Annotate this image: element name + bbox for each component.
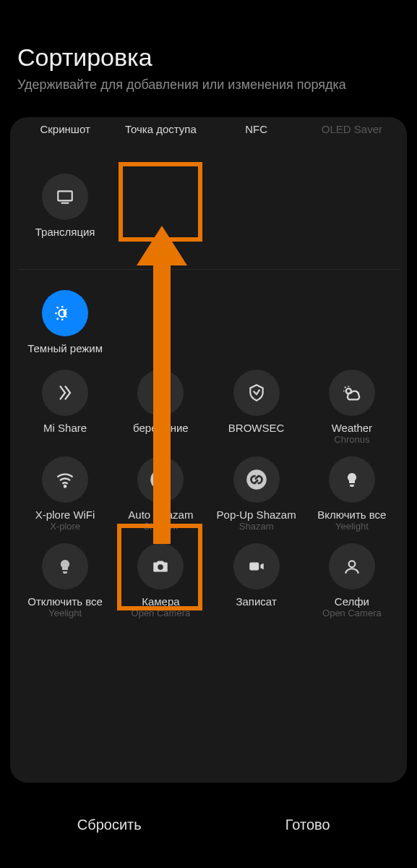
tile-sublabel: Chronus <box>334 434 369 445</box>
selfie-icon <box>329 543 375 590</box>
tile-label: X-plore WiFi <box>35 509 95 521</box>
svg-line-7 <box>57 318 59 320</box>
tile-weather[interactable]: Weather Chronus <box>304 364 400 451</box>
available-tiles-section: Темный режим Mi Share бережение <box>17 270 400 624</box>
tile-label: Включить все <box>317 509 386 521</box>
video-icon <box>233 543 280 590</box>
tile-screenshot[interactable]: Скриншот <box>17 117 113 168</box>
lightning-icon <box>137 370 184 416</box>
svg-rect-0 <box>58 191 72 200</box>
shield-icon <box>233 370 280 416</box>
tile-sublabel: X-plore <box>50 521 80 532</box>
tile-label: OLED Saver <box>322 123 382 135</box>
tile-label: Камера <box>142 595 179 608</box>
page-title: Сортировка <box>17 43 400 72</box>
tile-label: Отключить все <box>27 595 103 608</box>
available-row-1: Темный режим <box>17 284 400 364</box>
tile-selfie[interactable]: Селфи Open Camera <box>304 537 400 624</box>
svg-point-17 <box>349 561 356 567</box>
tile-label: Темный режим <box>27 342 103 354</box>
tile-power-save[interactable]: бережение <box>113 364 208 451</box>
reset-button[interactable]: Сбросить <box>10 804 209 846</box>
tile-yeelight-off[interactable]: Отключить все Yeelight <box>17 537 113 624</box>
tile-video[interactable]: Записат <box>209 537 304 624</box>
tiles-panel: Скриншот Точка доступа NFC OLED Saver Тр… <box>10 117 407 783</box>
tile-label: Трансляция <box>35 226 95 238</box>
tile-sublabel: Yeelight <box>48 608 82 618</box>
camera-icon <box>137 543 184 590</box>
shazam-icon <box>137 456 184 503</box>
tile-sublabel: Shazam <box>144 521 179 532</box>
empty-slot[interactable] <box>113 168 208 247</box>
dark-mode-icon <box>42 290 88 336</box>
svg-point-12 <box>64 485 66 487</box>
mi-share-icon <box>42 370 88 416</box>
tile-yeelight-on[interactable]: Включить все Yeelight <box>304 451 400 537</box>
wifi-icon <box>42 456 88 503</box>
svg-rect-16 <box>249 563 259 571</box>
tile-label: Точка доступа <box>125 123 197 135</box>
tile-label: Скриншот <box>40 123 90 135</box>
page-subtitle: Удерживайте для добавления или изменения… <box>17 77 400 93</box>
tile-browsec[interactable]: BROWSEC <box>209 364 304 451</box>
tile-hotspot[interactable]: Точка доступа <box>113 117 208 168</box>
tile-auto-shazam[interactable]: Auto Shazam Shazam <box>113 451 208 537</box>
tile-sublabel: Open Camera <box>132 608 191 618</box>
tile-nfc[interactable]: NFC <box>209 117 304 168</box>
tile-label: Weather <box>332 422 372 434</box>
tile-label: Записат <box>236 595 276 608</box>
tile-label: Mi Share <box>43 422 87 434</box>
weather-icon <box>329 370 375 416</box>
tile-sublabel: Yeelight <box>335 521 369 532</box>
tile-label: бережение <box>133 422 189 434</box>
tile-popup-shazam[interactable]: Pop-Up Shazam Shazam <box>209 451 304 537</box>
bulb-icon <box>329 456 375 503</box>
active-tiles-row-1: Скриншот Точка доступа NFC OLED Saver <box>17 117 400 168</box>
tile-dark-mode[interactable]: Темный режим <box>17 284 113 364</box>
svg-point-13 <box>151 469 171 490</box>
tile-label: Селфи <box>335 595 369 608</box>
tile-sublabel: Shazam <box>239 521 274 532</box>
tile-sublabel: Open Camera <box>322 608 382 618</box>
active-tiles-section: Скриншот Точка доступа NFC OLED Saver Тр… <box>17 117 400 270</box>
svg-line-11 <box>345 387 345 388</box>
active-tiles-row-2: Трансляция <box>17 168 400 247</box>
available-row-3: X-plore WiFi X-plore Auto Shazam Shazam … <box>17 451 400 537</box>
tile-label: Auto Shazam <box>128 509 193 521</box>
bulb-off-icon <box>42 543 88 590</box>
tile-oled-saver[interactable]: OLED Saver <box>304 117 400 168</box>
tile-label: NFC <box>245 123 267 135</box>
tile-cast[interactable]: Трансляция <box>17 168 113 247</box>
svg-point-14 <box>246 469 267 490</box>
cast-icon <box>42 174 88 220</box>
available-row-4: Отключить все Yeelight Камера Open Camer… <box>17 537 400 624</box>
shazam-icon <box>233 456 280 503</box>
footer-bar: Сбросить Готово <box>10 804 407 846</box>
svg-line-6 <box>57 307 59 308</box>
tile-xplore-wifi[interactable]: X-plore WiFi X-plore <box>17 451 113 537</box>
tile-label: Pop-Up Shazam <box>217 509 296 521</box>
svg-point-15 <box>158 564 164 570</box>
tile-mi-share[interactable]: Mi Share <box>17 364 113 451</box>
tile-label: BROWSEC <box>228 422 285 434</box>
done-button[interactable]: Готово <box>209 804 408 846</box>
available-row-2: Mi Share бережение BROWSEC Weather Chro <box>17 364 400 451</box>
tile-camera[interactable]: Камера Open Camera <box>113 537 208 624</box>
header: Сортировка Удерживайте для добавления ил… <box>0 0 417 107</box>
